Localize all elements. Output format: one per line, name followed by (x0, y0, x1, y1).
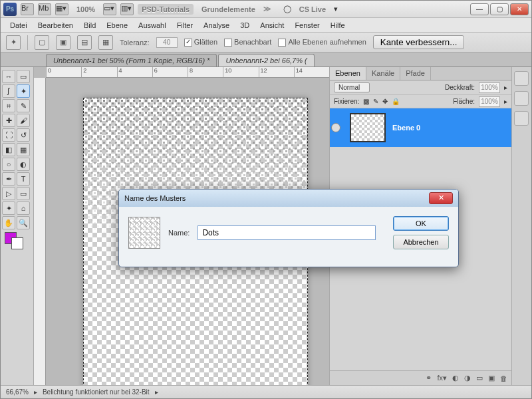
dialog-name-input[interactable] (198, 225, 376, 240)
panel-tab-kanaele[interactable]: Kanäle (366, 67, 400, 80)
add-selection-icon[interactable]: ▣ (56, 35, 70, 50)
dialog-close-button[interactable]: ✕ (429, 192, 453, 204)
subtract-selection-icon[interactable]: ▤ (77, 35, 92, 50)
link-icon[interactable]: ⚭ (426, 374, 432, 382)
side-tab-2[interactable] (514, 91, 529, 106)
magic-wand-tool[interactable]: ✦ (17, 84, 30, 98)
tolerance-label: Toleranz: (120, 39, 150, 47)
ruler-horizontal: 02468101214 (46, 67, 329, 78)
marquee-tool[interactable]: ▭ (17, 70, 30, 83)
menu-ebene[interactable]: Ebene (101, 19, 133, 31)
adjustment-icon[interactable]: ◑ (464, 374, 471, 382)
menu-datei[interactable]: Datei (5, 19, 33, 31)
menu-analyse[interactable]: Analyse (198, 19, 235, 31)
tolerance-input[interactable]: 40 (156, 37, 178, 48)
lock-position-icon[interactable]: ✥ (382, 98, 388, 105)
side-tab-3[interactable] (514, 111, 529, 126)
layer-thumbnail[interactable] (350, 113, 386, 142)
menu-hilfe[interactable]: Hilfe (325, 19, 350, 31)
new-selection-icon[interactable]: ▢ (35, 35, 49, 50)
layer-row[interactable]: Ebene 0 (330, 108, 511, 147)
doc-tab-2[interactable]: Unbenannt-2 bei 66,7% ( (218, 54, 314, 66)
background-swatch[interactable] (11, 237, 23, 249)
cs-live[interactable]: CS Live (295, 4, 330, 15)
panel-tab-pfade[interactable]: Pfade (400, 67, 431, 80)
type-tool[interactable]: T (17, 172, 30, 186)
fill-input[interactable]: 100% (479, 96, 500, 107)
new-layer-icon[interactable]: ▣ (488, 374, 495, 382)
pen-tool[interactable]: ✒ (2, 172, 15, 186)
lock-pixels-icon[interactable]: ✎ (373, 98, 378, 105)
menu-filter[interactable]: Filter (172, 19, 198, 31)
minimize-button[interactable]: — (470, 3, 489, 15)
group-icon[interactable]: ▭ (476, 374, 483, 382)
dialog-name-label: Name: (168, 229, 190, 237)
trash-icon[interactable]: 🗑 (500, 374, 507, 382)
panel-tab-ebenen[interactable]: Ebenen (330, 67, 366, 80)
status-zoom[interactable]: 66,67% (6, 388, 29, 396)
adjacent-checkbox[interactable]: Benachbart (224, 38, 271, 47)
menu-bearbeiten[interactable]: Bearbeiten (33, 19, 78, 31)
bridge-icon[interactable]: Br (21, 3, 34, 15)
3d-tool[interactable]: ✦ (2, 201, 15, 215)
dialog-cancel-button[interactable]: Abbrechen (393, 235, 449, 249)
status-bar: 66,67% ▸ Belichtung funktioniert nur bei… (1, 385, 531, 398)
more-icon[interactable]: ≫ (263, 5, 271, 13)
extras-icon[interactable]: ▥▾ (120, 3, 134, 15)
menu-3d[interactable]: 3D (235, 19, 255, 31)
hand-tool[interactable]: ✋ (2, 216, 15, 229)
workspace-1[interactable]: PSD-Tutorials (138, 4, 194, 15)
lasso-tool[interactable]: ʃ (2, 84, 15, 98)
stamp-tool[interactable]: ⛶ (2, 128, 15, 142)
dialog-title: Name des Musters (124, 194, 186, 202)
blend-mode-combo[interactable]: Normal (334, 82, 370, 92)
fx-icon[interactable]: fx▾ (437, 374, 447, 382)
shape-tool[interactable]: ▭ (17, 187, 30, 200)
opacity-label: Deckkraft: (445, 84, 475, 91)
menu-bild[interactable]: Bild (78, 19, 101, 31)
dialog-ok-button[interactable]: OK (393, 216, 449, 231)
opacity-input[interactable]: 100% (479, 82, 500, 93)
mask-icon[interactable]: ◐ (452, 374, 459, 382)
title-bar: Ps Br Mb ▦▾ 100% ▭▾ ▥▾ PSD-Tutorials Gru… (1, 1, 531, 18)
smooth-checkbox[interactable]: Glätten (184, 38, 217, 47)
path-select-tool[interactable]: ▷ (2, 187, 15, 200)
doc-tab-1[interactable]: Unbenannt-1 bei 50% (Form 1 Kopie, RGB/1… (46, 54, 217, 66)
lock-transparency-icon[interactable]: ▩ (363, 98, 369, 105)
zoom-tool[interactable]: 🔍 (17, 216, 30, 229)
layers-panel-footer: ⚭ fx▾ ◐ ◑ ▭ ▣ 🗑 (330, 370, 511, 385)
refine-edge-button[interactable]: Kante verbessern... (373, 35, 465, 49)
fill-label: Fläche: (453, 98, 475, 105)
magic-wand-icon[interactable]: ✦ (6, 35, 21, 50)
status-message: Belichtung funktioniert nur bei 32-Bit (43, 388, 150, 396)
layer-name: Ebene 0 (392, 124, 420, 132)
lock-label: Fixieren: (334, 98, 359, 105)
intersect-selection-icon[interactable]: ▦ (98, 35, 113, 50)
crop-tool[interactable]: ⌗ (2, 99, 15, 112)
workspace-2[interactable]: Grundelemente (198, 4, 259, 15)
eraser-tool[interactable]: ◧ (2, 143, 15, 156)
move-tool[interactable]: ↔ (2, 70, 15, 83)
ruler-vertical (34, 78, 46, 385)
gradient-tool[interactable]: ▦ (17, 143, 30, 156)
history-brush-tool[interactable]: ↺ (17, 128, 30, 142)
camera-tool[interactable]: ⌂ (17, 201, 30, 215)
arrange-icon[interactable]: ▦▾ (55, 3, 68, 15)
blur-tool[interactable]: ○ (2, 158, 15, 171)
brush-tool[interactable]: 🖌 (17, 114, 30, 127)
menu-auswahl[interactable]: Auswahl (133, 19, 172, 31)
zoom-indicator[interactable]: 100% (72, 4, 99, 15)
dodge-tool[interactable]: ◐ (17, 158, 30, 171)
visibility-icon[interactable] (331, 123, 340, 132)
heal-tool[interactable]: ✚ (2, 114, 15, 127)
screen-mode-icon[interactable]: ▭▾ (103, 3, 116, 15)
side-tab-1[interactable] (514, 71, 529, 86)
menu-fenster[interactable]: Fenster (289, 19, 325, 31)
eyedropper-tool[interactable]: ✎ (17, 99, 30, 112)
close-button[interactable]: ✕ (510, 3, 529, 15)
lock-all-icon[interactable]: 🔒 (392, 98, 400, 105)
mb-icon[interactable]: Mb (38, 3, 51, 15)
all-layers-checkbox[interactable]: Alle Ebenen aufnehmen (278, 38, 366, 47)
maximize-button[interactable]: ▢ (490, 3, 509, 15)
menu-ansicht[interactable]: Ansicht (255, 19, 289, 31)
